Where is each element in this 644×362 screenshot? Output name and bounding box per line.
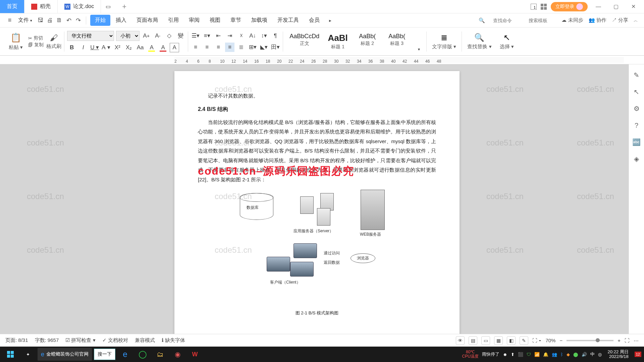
zoom-in-button[interactable]: + xyxy=(618,338,621,343)
weather-widget[interactable]: 雨快停了 xyxy=(482,351,499,357)
format-painter-button[interactable]: 🖌 格式刷 xyxy=(46,33,61,50)
align-justify-button[interactable]: ≡ xyxy=(225,43,234,52)
close-button[interactable]: ✕ xyxy=(627,2,640,12)
share-button[interactable]: ↗ 分享 xyxy=(612,17,628,23)
window-mode-icon[interactable]: 1 xyxy=(531,4,537,10)
select-button[interactable]: ↖选择 ▾ xyxy=(497,33,517,50)
increase-indent-button[interactable]: ⇥ xyxy=(225,31,234,41)
menu-item-1[interactable]: 插入 xyxy=(111,15,131,26)
redo-icon[interactable]: ↷ xyxy=(74,17,82,24)
tray-icon[interactable]: ᛒ xyxy=(560,352,563,357)
paste-label[interactable]: 粘贴 ▾ xyxy=(9,44,23,51)
settings-panel-icon[interactable]: ⚙ xyxy=(633,105,641,113)
tray-icon[interactable]: 🔔 xyxy=(543,352,548,357)
explorer-icon[interactable]: 🗂 xyxy=(152,348,168,361)
tab-split-icon[interactable]: ▭ xyxy=(101,0,115,13)
menu-item-4[interactable]: 审阅 xyxy=(184,15,204,26)
notification-badge[interactable]: 12 xyxy=(635,352,641,357)
underline-button[interactable]: U ▾ xyxy=(90,43,99,52)
italic-button[interactable]: I xyxy=(78,43,88,52)
style-1[interactable]: AaBl标题 1 xyxy=(323,31,353,52)
zoom-slider[interactable] xyxy=(567,340,613,341)
menu-item-8[interactable]: 开发工具 xyxy=(273,15,304,26)
outline-view-icon[interactable]: ▦ xyxy=(494,336,503,345)
style-3[interactable]: AaBb(标题 3 xyxy=(382,31,412,52)
ruler[interactable]: 2468101214161820222426283032343638404244… xyxy=(0,56,644,64)
numbering-button[interactable]: ≡▾ xyxy=(202,31,212,41)
cooperate-button[interactable]: 👥 协作 xyxy=(589,17,606,23)
font-name-select[interactable]: 华文行楷 xyxy=(67,31,114,41)
more-icon[interactable]: ⋯ xyxy=(634,338,639,344)
cursor-tool-icon[interactable]: ↖ xyxy=(633,88,641,96)
page-indicator[interactable]: 页面: 8/31 xyxy=(5,337,28,344)
zoom-out-button[interactable]: − xyxy=(559,338,562,343)
proofing-button[interactable]: ✓ 文档校对 xyxy=(102,337,128,344)
print-icon[interactable]: 🖨 xyxy=(46,17,54,24)
apps-grid-icon[interactable] xyxy=(541,4,547,10)
spellcheck-toggle[interactable]: ☑ 拼写检查 ▾ xyxy=(65,337,95,344)
subscript-button[interactable]: X₂ xyxy=(124,43,133,52)
taskbar-search-button[interactable]: 搜一下 xyxy=(94,349,115,360)
tray-icon[interactable]: ◎ xyxy=(598,352,602,357)
tab-home[interactable]: 首页 xyxy=(0,0,24,13)
menu-file[interactable]: 文件 ▾ xyxy=(15,15,35,26)
menu-item-7[interactable]: 加载项 xyxy=(247,15,272,26)
page-view-icon[interactable]: ▭ xyxy=(481,336,490,345)
missing-font[interactable]: ℹ 缺失字体 xyxy=(162,337,185,344)
eye-icon[interactable]: 👁 xyxy=(456,336,465,345)
paste-icon[interactable]: 📋 xyxy=(10,33,21,43)
sync-status[interactable]: ☁ 未同步 xyxy=(561,17,583,23)
style-2[interactable]: AaBb(标题 2 xyxy=(353,31,382,52)
save-icon[interactable]: 🖫 xyxy=(37,17,44,24)
minimize-button[interactable]: — xyxy=(592,2,605,12)
change-case-button[interactable]: Aa xyxy=(136,43,145,52)
align-center-button[interactable]: ≡ xyxy=(202,43,212,52)
styles-more-icon[interactable]: ▾ xyxy=(414,45,424,54)
copilot-icon[interactable]: ✦ xyxy=(20,348,36,361)
ie-icon-task[interactable]: e xyxy=(117,348,133,361)
tray-icon[interactable]: 👥 xyxy=(552,352,557,357)
strikethrough-button[interactable]: A̵ ▾ xyxy=(101,43,111,52)
shrink-font-icon[interactable]: A- xyxy=(153,31,162,41)
read-view-icon[interactable]: ▤ xyxy=(469,336,477,345)
style-0[interactable]: AaBbCcDd正文 xyxy=(286,31,323,52)
zoom-fit-icon[interactable]: ⛶ ▾ xyxy=(532,338,541,343)
show-marks-button[interactable]: ¶ xyxy=(271,31,280,41)
clock[interactable]: 20:22 周日2022/9/18 xyxy=(605,350,631,359)
tab-document[interactable]: W论文.doc xyxy=(58,0,101,13)
menu-item-5[interactable]: 视图 xyxy=(205,15,225,26)
app-icon-1[interactable]: ◉ xyxy=(170,348,185,361)
clear-format-icon[interactable]: ◇ xyxy=(164,31,174,41)
login-button[interactable]: 立即登录 xyxy=(551,2,588,11)
taskbar-browser-window[interactable]: e金螳螂装饰公司官网 xyxy=(38,348,92,361)
bold-button[interactable]: B xyxy=(67,43,76,52)
indent-settings-button[interactable]: ⊞▾ xyxy=(248,43,257,52)
edge-icon[interactable]: ◯ xyxy=(135,348,150,361)
print-preview-icon[interactable]: 🗎 xyxy=(56,17,63,24)
tray-icon[interactable]: ⬆ xyxy=(511,352,515,357)
wps-icon[interactable]: W xyxy=(187,348,203,361)
menu-item-9[interactable]: 会员 xyxy=(304,15,324,26)
tab-docer[interactable]: 稻壳 xyxy=(24,0,58,13)
copy-button[interactable]: 🗐 复制 xyxy=(28,42,44,48)
cut-button[interactable]: ✂ 剪切 xyxy=(28,35,44,41)
find-replace-button[interactable]: 🔍查找替换 ▾ xyxy=(465,33,494,50)
line-spacing-button[interactable]: ↕▾ xyxy=(259,31,269,41)
tray-icon[interactable]: ☻ xyxy=(503,352,507,357)
highlight-button[interactable]: A xyxy=(147,43,156,52)
tray-icon[interactable]: ◆ xyxy=(567,352,570,357)
menu-item-6[interactable]: 章节 xyxy=(226,15,246,26)
tools-icon[interactable]: ◈ xyxy=(633,155,641,163)
word-count[interactable]: 字数: 9657 xyxy=(35,337,59,344)
maximize-button[interactable]: ▢ xyxy=(609,2,623,12)
shading-button[interactable]: ◣▾ xyxy=(259,43,269,52)
help-icon[interactable]: ? xyxy=(633,121,641,129)
menu-collapse-icon[interactable]: ︿ xyxy=(634,17,638,23)
annotation-icon[interactable]: ✎ xyxy=(520,336,528,345)
tray-icon[interactable]: ⬛ xyxy=(518,352,523,357)
phonetic-icon[interactable]: 變 xyxy=(176,31,185,41)
undo-icon[interactable]: ↶ xyxy=(65,17,72,24)
decrease-indent-button[interactable]: ⇤ xyxy=(214,31,223,41)
align-right-button[interactable]: ≡ xyxy=(214,43,223,52)
menu-item-3[interactable]: 引用 xyxy=(163,15,183,26)
